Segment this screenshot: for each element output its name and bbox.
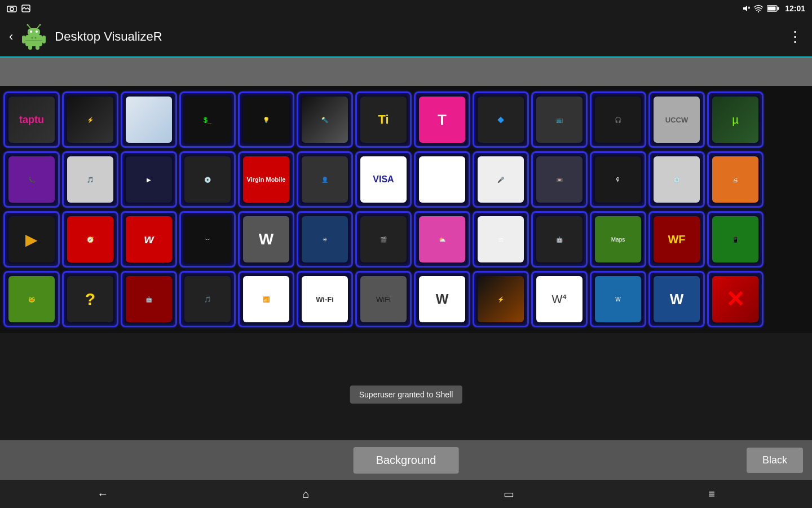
app-icon-inner-walgreens: w (126, 216, 172, 262)
app-icon-walgreens[interactable]: w (121, 211, 177, 268)
svg-rect-9 (768, 7, 776, 11)
app-icon-x-close[interactable]: ✕ (707, 271, 764, 327)
app-icon-inner-taptu: taptu (8, 97, 55, 143)
app-icon-wf[interactable]: WF (648, 211, 705, 268)
app-row-3: 🐸?🤖🎵📶Wi-FiWiFiW⚡W⁴WW✕ (3, 271, 809, 327)
app-icon-inner-robot: 🤖 (536, 216, 582, 262)
app-icon-word[interactable]: W (648, 271, 705, 327)
app-icon-wifi-blue[interactable]: 📶 (238, 271, 294, 327)
app-icon-inner-voicemail: 📼 (536, 156, 582, 203)
app-icon-inner-bulb: 💡 (243, 97, 289, 143)
app-icon-inner-whatsapp: 📱 (712, 216, 758, 262)
app-icon-inner-virgin: Virgin Mobile (243, 156, 289, 203)
app-icon-phone[interactable]: 📞 (3, 151, 60, 208)
app-icon-w4[interactable]: W⁴ (531, 271, 588, 327)
app-icon-waves[interactable]: 〰 (179, 211, 236, 268)
app-icon-virgin[interactable]: Virgin Mobile (238, 151, 294, 208)
app-title: Desktop VisualizeR (55, 29, 788, 44)
app-icon-wifi-fi[interactable]: Wi-Fi (297, 271, 353, 327)
app-icon-question[interactable]: ? (62, 271, 118, 327)
app-icon-android[interactable]: 🤖 (121, 271, 177, 327)
app-icon-tv[interactable]: 📺 (531, 91, 588, 148)
app-icon-printer[interactable]: 🖨 (707, 151, 764, 208)
app-icon-mic-plain[interactable]: 🎤 (473, 151, 529, 208)
app-icon-photo[interactable]: 👤 (297, 151, 353, 208)
app-icon-mic-rec[interactable]: 🎙 (590, 151, 646, 208)
app-icon-inner-titanium-backup: Ti (360, 97, 407, 143)
app-icon-taptu[interactable]: taptu (3, 91, 60, 148)
app-row-1: 📞🎵▶💿Virgin Mobile👤VISA🎙🎤📼🎙💿🖨 (3, 151, 809, 208)
menu-nav-button[interactable]: ≡ (708, 488, 715, 501)
app-icon-inner-wifi-blue: 📶 (243, 276, 289, 322)
app-icon-visa[interactable]: VISA (355, 151, 412, 208)
app-icon-utorrent[interactable]: µ (707, 91, 764, 148)
app-icon-inner-nova-launcher: ⚡ (67, 97, 113, 143)
app-icon-disc[interactable]: 💿 (179, 151, 236, 208)
app-icon-inner-wikipedia-w: W (243, 216, 289, 262)
status-bar-right: 12:01 (742, 4, 805, 13)
svg-point-15 (27, 24, 29, 26)
back-button[interactable]: ‹ (9, 29, 13, 44)
app-icon-inner-winamp: ⚡ (478, 276, 524, 322)
svg-rect-20 (28, 45, 32, 50)
app-icon-robot[interactable]: 🤖 (531, 211, 588, 268)
app-icon-titanium-backup[interactable]: Ti (355, 91, 412, 148)
app-icon-walmart[interactable]: ✳ (297, 211, 353, 268)
app-icon-flashlight[interactable]: 🔦 (297, 91, 353, 148)
app-icon-inner-terminal: $_ (184, 97, 231, 143)
svg-point-1 (10, 7, 14, 11)
app-icon-notepad[interactable] (121, 91, 177, 148)
app-icon-wordpress[interactable]: W (590, 271, 646, 327)
app-icon-inner-printer: 🖨 (712, 156, 758, 203)
back-nav-button[interactable]: ← (97, 488, 108, 501)
app-icon-headphones[interactable]: 🎧 (590, 91, 646, 148)
app-icon-plex[interactable]: ▶ (3, 211, 60, 268)
app-icon-vinyl[interactable]: 💿 (648, 151, 705, 208)
app-icon-nova-launcher[interactable]: ⚡ (62, 91, 118, 148)
app-icon-inner-walmart: ✳ (302, 216, 348, 262)
app-icon-movie[interactable]: 🎬 (355, 211, 412, 268)
app-icon-wifi-android[interactable]: WiFi (355, 271, 412, 327)
app-icon-voicemail[interactable]: 📼 (531, 151, 588, 208)
app-icon-uccw[interactable]: UCCW (648, 91, 705, 148)
status-bar: 12:01 (0, 0, 812, 17)
app-icon-whatsapp[interactable]: 📱 (707, 211, 764, 268)
app-icon-wifi-music[interactable]: 🎵 (179, 271, 236, 327)
app-icon-maps[interactable]: Maps (590, 211, 646, 268)
app-icon-bulb[interactable]: 💡 (238, 91, 294, 148)
status-time: 12:01 (785, 4, 805, 13)
app-icon-inner-notepad (126, 97, 172, 143)
app-icon-inner-video-player: ▶ (126, 156, 172, 203)
app-icon-libra[interactable]: ⚖ (473, 211, 529, 268)
app-icon-winamp[interactable]: ⚡ (473, 271, 529, 327)
background-button[interactable]: Background (354, 447, 459, 474)
svg-rect-8 (778, 7, 779, 10)
overflow-menu-button[interactable]: ⋮ (788, 28, 803, 46)
app-icon-weather[interactable]: ⛅ (414, 211, 470, 268)
app-icon-frog[interactable]: 🐸 (3, 271, 60, 327)
app-icon-inner-utorrent: µ (712, 97, 758, 143)
app-icon-typora[interactable]: T (414, 91, 470, 148)
battery-icon (767, 5, 779, 12)
app-icon-terminal[interactable]: $_ (179, 91, 236, 148)
app-icon-music-box[interactable]: 🎵 (62, 151, 118, 208)
black-button[interactable]: Black (747, 448, 803, 473)
recents-nav-button[interactable]: ▭ (504, 487, 514, 501)
app-icon-inner-mic-plain: 🎤 (478, 156, 524, 203)
app-icon-mic-wave[interactable]: 🎙 (414, 151, 470, 208)
app-icon-wikipedia[interactable]: W (414, 271, 470, 327)
app-icon-inner-android: 🤖 (126, 276, 172, 322)
app-icon-compass[interactable]: 🧭 (62, 211, 118, 268)
app-icon-inner-wordpress: W (595, 276, 641, 322)
svg-rect-18 (22, 36, 25, 43)
home-nav-button[interactable]: ⌂ (302, 488, 309, 501)
tooltip: Superuser granted to Shell (350, 386, 462, 404)
app-icon-wikipedia-w[interactable]: W (238, 211, 294, 268)
app-icon-inner-wifi-android: WiFi (360, 276, 407, 322)
app-icon-inner-plex: ▶ (8, 216, 55, 262)
nav-bar: ← ⌂ ▭ ≡ (0, 480, 812, 508)
svg-point-17 (39, 24, 41, 26)
app-icon-inner-typora: T (419, 97, 465, 143)
app-icon-squares[interactable]: 🔷 (473, 91, 529, 148)
app-icon-video-player[interactable]: ▶ (121, 151, 177, 208)
